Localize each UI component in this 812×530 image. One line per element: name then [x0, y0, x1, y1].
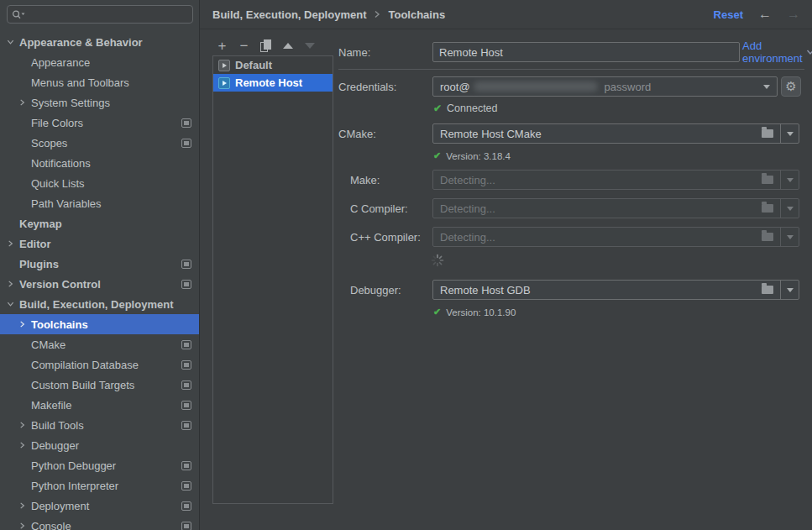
sidebar-item-build-tools[interactable]: Build Tools	[0, 415, 199, 435]
sidebar-item-menus-and-toolbars[interactable]: Menus and Toolbars	[0, 72, 199, 92]
toolchain-item-remote-host[interactable]: Remote Host	[213, 74, 333, 92]
sidebar-item-cmake[interactable]: CMake	[0, 334, 199, 354]
sidebar-item-label: Build Tools	[31, 419, 84, 432]
sidebar-item-label: Deployment	[31, 500, 89, 512]
sidebar-item-python-interpreter[interactable]: Python Interpreter	[0, 475, 199, 496]
chevron-collapsed-icon[interactable]	[18, 522, 31, 530]
sidebar-item-path-variables[interactable]: Path Variables	[0, 193, 199, 213]
sidebar-item-build-execution-deployment[interactable]: Build, Execution, Deployment	[0, 294, 199, 314]
sidebar-item-plugins[interactable]: Plugins	[0, 254, 199, 274]
cmake-combobox[interactable]: Remote Host CMake	[432, 123, 799, 144]
make-combobox[interactable]: Detecting...	[432, 170, 799, 190]
forward-arrow-icon[interactable]: →	[787, 8, 800, 21]
check-icon: ✔	[433, 150, 441, 161]
search-input[interactable]	[26, 8, 192, 21]
dropdown-arrow-icon[interactable]	[763, 85, 770, 89]
sidebar-item-editor[interactable]: Editor	[0, 234, 199, 254]
browse-folder-icon[interactable]	[762, 204, 773, 213]
reset-button[interactable]: Reset	[714, 8, 743, 21]
chevron-collapsed-icon[interactable]	[7, 280, 19, 288]
settings-tree: Appearance & BehaviorAppearanceMenus and…	[0, 32, 199, 530]
chevron-collapsed-icon[interactable]	[7, 239, 19, 248]
chevron-spacer	[18, 159, 31, 167]
name-input[interactable]	[433, 43, 739, 61]
sidebar-item-label: Menus and Toolbars	[31, 76, 129, 89]
credentials-combobox[interactable]: root@ password	[432, 76, 778, 97]
sidebar-item-label: Notifications	[31, 157, 91, 170]
sidebar-item-makefile[interactable]: Makefile	[0, 395, 199, 415]
configurable-page-icon	[181, 340, 191, 349]
sidebar-item-compilation-database[interactable]: Compilation Database	[0, 354, 199, 375]
sidebar-item-scopes[interactable]: Scopes	[0, 133, 199, 153]
sidebar-item-python-debugger[interactable]: Python Debugger	[0, 455, 199, 475]
browse-folder-icon[interactable]	[762, 233, 773, 241]
dropdown-arrow-icon	[787, 178, 794, 182]
sidebar-item-quick-lists[interactable]: Quick Lists	[0, 173, 199, 193]
sidebar-item-label: Version Control	[19, 278, 101, 291]
chevron-collapsed-icon[interactable]	[18, 320, 31, 328]
chevron-collapsed-icon[interactable]	[18, 98, 31, 107]
add-environment-link[interactable]: Add environment	[742, 42, 812, 62]
browse-folder-icon[interactable]	[762, 129, 773, 138]
settings-header: Build, Execution, Deployment Toolchains …	[200, 0, 812, 29]
sidebar-item-appearance-behavior[interactable]: Appearance & Behavior	[0, 32, 199, 52]
add-toolchain-button[interactable]: +	[215, 39, 229, 53]
browse-folder-icon[interactable]	[762, 176, 773, 184]
c-compiler-dropdown-button[interactable]	[780, 199, 799, 218]
credentials-settings-button[interactable]: ⚙	[781, 76, 801, 97]
chevron-collapsed-icon[interactable]	[18, 501, 31, 510]
chevron-spacer	[18, 118, 31, 127]
sidebar-item-label: Plugins	[19, 258, 59, 270]
back-arrow-icon[interactable]: ←	[758, 8, 772, 21]
chevron-expanded-icon[interactable]	[7, 38, 19, 46]
remove-toolchain-button[interactable]: −	[237, 39, 251, 53]
connected-status-text: Connected	[447, 102, 497, 114]
dropdown-arrow-icon	[787, 288, 794, 292]
chevron-collapsed-icon[interactable]	[18, 441, 31, 449]
sidebar-item-appearance[interactable]: Appearance	[0, 52, 199, 72]
sidebar-item-console[interactable]: Console	[0, 516, 199, 530]
dropdown-arrow-icon	[787, 235, 794, 239]
sidebar-item-system-settings[interactable]: System Settings	[0, 92, 199, 113]
check-icon: ✔	[433, 307, 441, 317]
plus-icon: +	[218, 39, 227, 53]
sidebar-item-label: Quick Lists	[31, 177, 85, 190]
chevron-collapsed-icon[interactable]	[18, 421, 31, 429]
cpp-compiler-combobox[interactable]: Detecting...	[432, 227, 799, 247]
sidebar-item-label: System Settings	[31, 97, 110, 109]
sidebar-item-label: Custom Build Targets	[31, 379, 134, 391]
sidebar-item-label: Appearance	[31, 56, 90, 69]
debugger-dropdown-button[interactable]	[780, 281, 799, 299]
sidebar-item-toolchains[interactable]: Toolchains	[0, 314, 199, 334]
toolchain-list-toolbar: + −	[215, 35, 333, 55]
sidebar-item-keymap[interactable]: Keymap	[0, 213, 199, 234]
sidebar-item-notifications[interactable]: Notifications	[0, 153, 199, 173]
copy-toolchain-button[interactable]	[259, 39, 273, 53]
move-up-button[interactable]	[280, 39, 295, 53]
name-label: Name:	[338, 42, 370, 62]
sidebar-item-custom-build-targets[interactable]: Custom Build Targets	[0, 375, 199, 395]
breadcrumb-item[interactable]: Build, Execution, Deployment	[212, 8, 366, 21]
sidebar-item-deployment[interactable]: Deployment	[0, 496, 199, 516]
toolchain-item-default[interactable]: Default	[213, 56, 333, 74]
sidebar-item-label: Build, Execution, Deployment	[19, 298, 173, 311]
cpp-compiler-dropdown-button[interactable]	[780, 228, 799, 246]
make-dropdown-button[interactable]	[780, 171, 799, 189]
c-compiler-placeholder: Detecting...	[433, 202, 495, 215]
credentials-auth-hint: password	[605, 81, 652, 93]
sidebar-item-file-colors[interactable]: File Colors	[0, 113, 199, 133]
toolchain-list: DefaultRemote Host	[212, 55, 333, 504]
chevron-expanded-icon[interactable]	[7, 300, 19, 308]
c-compiler-combobox[interactable]: Detecting...	[432, 198, 799, 218]
settings-sidebar: Appearance & BehaviorAppearanceMenus and…	[0, 0, 200, 530]
configurable-page-icon	[181, 461, 191, 470]
cmake-dropdown-button[interactable]	[780, 124, 799, 143]
move-down-button[interactable]	[302, 39, 317, 53]
cmake-version-text: Version: 3.18.4	[446, 151, 511, 161]
debugger-combobox[interactable]: Remote Host GDB	[432, 280, 799, 300]
browse-folder-icon[interactable]	[762, 286, 773, 294]
sidebar-item-version-control[interactable]: Version Control	[0, 274, 199, 294]
settings-search[interactable]	[7, 5, 193, 24]
sidebar-item-label: Console	[31, 520, 71, 530]
sidebar-item-debugger[interactable]: Debugger	[0, 435, 199, 455]
